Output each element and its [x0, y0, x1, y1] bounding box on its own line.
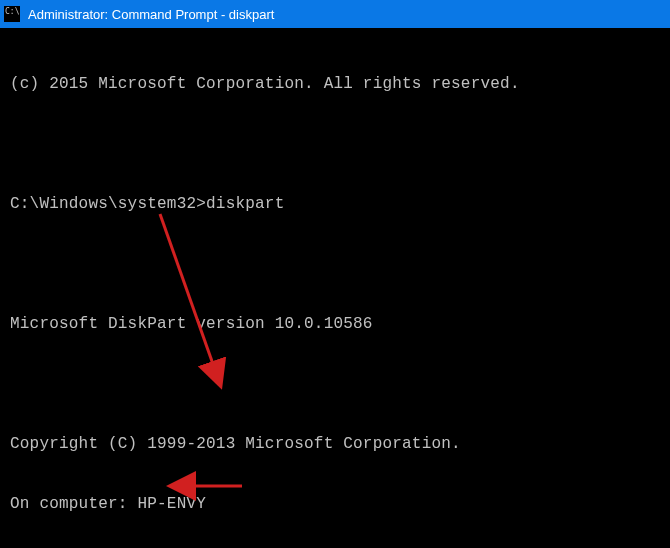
blank [10, 254, 660, 274]
terminal-area[interactable]: (c) 2015 Microsoft Corporation. All righ… [0, 28, 670, 548]
cmd-icon [4, 6, 20, 22]
copyright2-line: Copyright (C) 1999-2013 Microsoft Corpor… [10, 434, 660, 454]
computer-line: On computer: HP-ENVY [10, 494, 660, 514]
titlebar[interactable]: Administrator: Command Prompt - diskpart [0, 0, 670, 28]
system32-prompt: C:\Windows\system32> [10, 195, 206, 213]
blank [10, 134, 660, 154]
prompt-line-1: C:\Windows\system32>diskpart [10, 194, 660, 214]
window-title: Administrator: Command Prompt - diskpart [28, 7, 274, 22]
command-prompt-window: Administrator: Command Prompt - diskpart… [0, 0, 670, 548]
cmd-diskpart: diskpart [206, 195, 284, 213]
version-line: Microsoft DiskPart version 10.0.10586 [10, 314, 660, 334]
copyright-line: (c) 2015 Microsoft Corporation. All righ… [10, 74, 660, 94]
blank [10, 374, 660, 394]
